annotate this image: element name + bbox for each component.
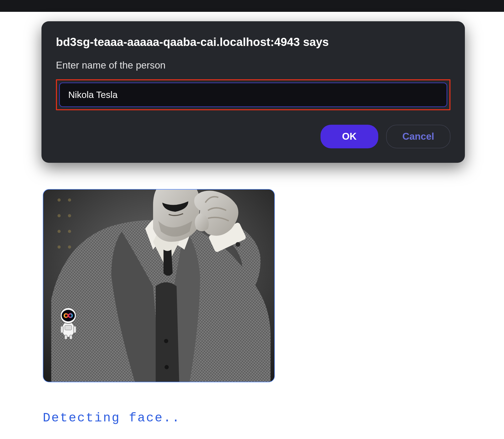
- uploaded-image: [43, 189, 275, 382]
- svg-point-5: [68, 198, 71, 202]
- status-text: Detecting face..: [43, 411, 181, 425]
- browser-top-bar: [0, 0, 504, 12]
- svg-rect-21: [74, 326, 76, 333]
- robot-mascot-icon: [56, 306, 81, 340]
- svg-point-11: [68, 245, 71, 249]
- name-input[interactable]: [59, 82, 447, 107]
- svg-point-12: [164, 339, 168, 343]
- svg-rect-19: [70, 335, 72, 339]
- svg-point-6: [57, 214, 61, 217]
- dialog-title: bd3sg-teaaa-aaaaa-qaaba-cai.localhost:49…: [56, 34, 450, 49]
- svg-rect-20: [61, 326, 63, 333]
- dialog-button-row: OK Cancel: [56, 125, 450, 148]
- input-highlight-frame: [56, 79, 450, 110]
- svg-rect-17: [65, 325, 72, 330]
- svg-point-9: [68, 230, 71, 233]
- svg-point-7: [68, 214, 71, 217]
- svg-point-13: [165, 365, 169, 369]
- prompt-dialog: bd3sg-teaaa-aaaaa-qaaba-cai.localhost:49…: [41, 21, 465, 163]
- dialog-prompt: Enter name of the person: [56, 60, 450, 71]
- portrait-image: [43, 190, 274, 382]
- cancel-button[interactable]: Cancel: [386, 125, 450, 148]
- svg-point-4: [57, 198, 61, 202]
- svg-point-10: [57, 245, 61, 249]
- ok-button[interactable]: OK: [321, 125, 378, 148]
- svg-point-15: [235, 242, 240, 247]
- svg-rect-18: [65, 335, 67, 339]
- svg-point-8: [57, 230, 61, 233]
